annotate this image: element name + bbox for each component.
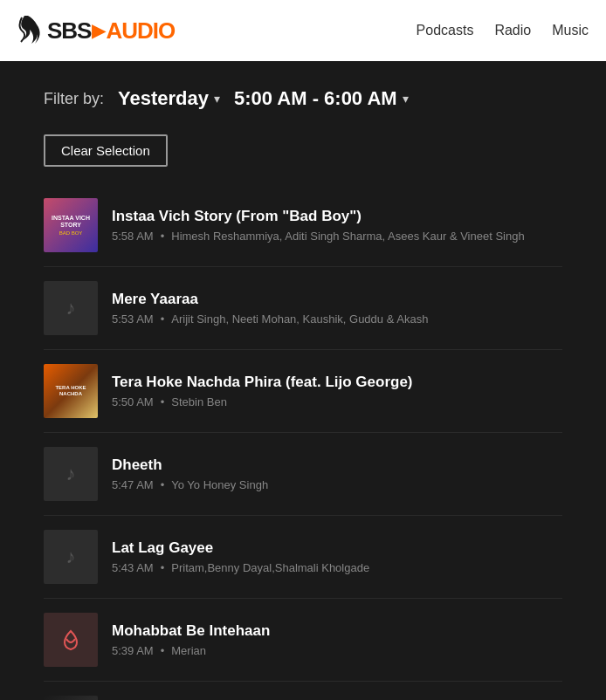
music-note-icon: ♪ — [66, 546, 76, 568]
main-content: Filter by: Yesterday ▾ 5:00 AM - 6:00 AM… — [0, 61, 606, 700]
song-info: Dheeth 5:47 AM • Yo Yo Honey Singh — [112, 456, 562, 491]
logo: SBS ▶ AUDIO — [17, 14, 175, 47]
song-info: Mohabbat Be Intehaan 5:39 AM • Merian — [112, 622, 562, 657]
app-header: SBS ▶ AUDIO Podcasts Radio Music — [0, 0, 606, 61]
song-artist: Merian — [171, 644, 206, 657]
song-title: Instaa Vich Story (From "Bad Boy") — [112, 208, 562, 225]
song-item[interactable]: ♪ Mere Yaaraa 5:53 AM • Arijit Singh, Ne… — [44, 267, 562, 350]
logo-arrow-icon: ▶ — [92, 20, 105, 41]
song-artist: Stebin Ben — [171, 395, 227, 408]
song-info: Mere Yaaraa 5:53 AM • Arijit Singh, Neet… — [112, 291, 562, 326]
song-meta: 5:43 AM • Pritam,Benny Dayal,Shalmali Kh… — [112, 561, 562, 574]
song-time: 5:58 AM — [112, 230, 154, 243]
song-meta: 5:47 AM • Yo Yo Honey Singh — [112, 478, 562, 491]
time-filter-arrow: ▾ — [403, 92, 409, 106]
song-thumbnail: NO ONE — [44, 696, 98, 700]
sbs-icon — [17, 14, 44, 47]
nav-radio[interactable]: Radio — [494, 23, 531, 38]
song-info: Lat Lag Gayee 5:43 AM • Pritam,Benny Day… — [112, 539, 562, 574]
song-item[interactable]: TERA HOKE NACHDA Tera Hoke Nachda Phira … — [44, 350, 562, 433]
song-title: Lat Lag Gayee — [112, 539, 562, 557]
main-nav: Podcasts Radio Music — [417, 23, 589, 38]
song-artist: Arijit Singh, Neeti Mohan, Kaushik, Gudd… — [171, 312, 428, 326]
song-thumbnail: ♪ — [44, 281, 98, 335]
date-filter-dropdown[interactable]: Yesterday ▾ — [118, 87, 220, 110]
song-meta: 5:50 AM • Stebin Ben — [112, 395, 562, 408]
song-item[interactable]: Mohabbat Be Intehaan 5:39 AM • Merian — [44, 599, 562, 682]
date-filter-value: Yesterday — [118, 87, 209, 110]
separator-dot: • — [161, 230, 165, 243]
song-title: Tera Hoke Nachda Phira (feat. Lijo Georg… — [112, 374, 562, 391]
song-artist: Yo Yo Honey Singh — [171, 478, 268, 491]
nav-music[interactable]: Music — [552, 23, 589, 38]
song-item[interactable]: INSTAA VICH STORY BAD BOY Instaa Vich St… — [44, 184, 562, 267]
music-note-icon: ♪ — [66, 463, 76, 485]
song-title: Mohabbat Be Intehaan — [112, 622, 562, 640]
separator-dot: • — [161, 478, 165, 491]
song-meta: 5:58 AM • Himesh Reshammiya, Aditi Singh… — [112, 230, 562, 243]
song-time: 5:50 AM — [112, 395, 154, 408]
song-artist: Himesh Reshammiya, Aditi Singh Sharma, A… — [171, 230, 524, 243]
separator-dot: • — [161, 561, 165, 574]
song-thumbnail: INSTAA VICH STORY BAD BOY — [44, 198, 98, 252]
separator-dot: • — [161, 312, 165, 326]
nav-podcasts[interactable]: Podcasts — [417, 23, 474, 38]
separator-dot: • — [161, 644, 165, 657]
song-title: Mere Yaaraa — [112, 291, 562, 308]
clear-selection-button[interactable]: Clear Selection — [44, 134, 168, 167]
song-list: INSTAA VICH STORY BAD BOY Instaa Vich St… — [44, 184, 562, 700]
logo-sbs-text: SBS — [47, 17, 91, 45]
song-time: 5:43 AM — [112, 561, 154, 574]
song-time: 5:39 AM — [112, 644, 154, 657]
song-info: Instaa Vich Story (From "Bad Boy") 5:58 … — [112, 208, 562, 243]
time-filter-value: 5:00 AM - 6:00 AM — [234, 87, 397, 110]
date-filter-arrow: ▾ — [214, 92, 220, 106]
song-meta: 5:53 AM • Arijit Singh, Neeti Mohan, Kau… — [112, 312, 562, 326]
song-time: 5:53 AM — [112, 312, 154, 326]
filter-label: Filter by: — [44, 90, 104, 108]
song-thumbnail — [44, 613, 98, 667]
song-info: Tera Hoke Nachda Phira (feat. Lijo Georg… — [112, 374, 562, 408]
song-time: 5:47 AM — [112, 478, 154, 491]
song-thumbnail: ♪ — [44, 530, 98, 584]
separator-dot: • — [161, 395, 165, 408]
song-meta: 5:39 AM • Merian — [112, 644, 562, 657]
song-thumbnail: ♪ — [44, 447, 98, 501]
song-item[interactable]: ♪ Dheeth 5:47 AM • Yo Yo Honey Singh — [44, 433, 562, 516]
filter-bar: Filter by: Yesterday ▾ 5:00 AM - 6:00 AM… — [44, 87, 562, 110]
music-note-icon: ♪ — [66, 297, 76, 319]
song-title: Dheeth — [112, 456, 562, 474]
song-artist: Pritam,Benny Dayal,Shalmali Kholgade — [171, 561, 369, 574]
logo-audio-text: AUDIO — [106, 17, 175, 45]
time-filter-dropdown[interactable]: 5:00 AM - 6:00 AM ▾ — [234, 87, 409, 110]
song-thumbnail: TERA HOKE NACHDA — [44, 364, 98, 418]
song-item[interactable]: ♪ Lat Lag Gayee 5:43 AM • Pritam,Benny D… — [44, 516, 562, 599]
song-item[interactable]: NO ONE No One 5:36 AM • Honey Sarkar — [44, 682, 562, 700]
